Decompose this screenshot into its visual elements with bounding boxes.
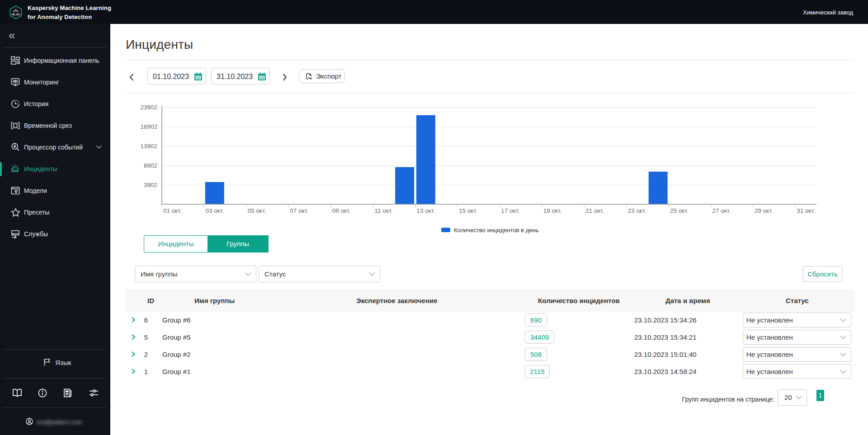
svg-text:23 окт.: 23 окт. — [628, 207, 646, 214]
svg-text:03 окт.: 03 окт. — [205, 207, 224, 214]
svg-text:13 окт.: 13 окт. — [417, 207, 435, 214]
svg-text:17 окт.: 17 окт. — [501, 207, 519, 214]
svg-text:11 окт.: 11 окт. — [375, 207, 393, 214]
svg-text:25 окт.: 25 окт. — [670, 207, 689, 214]
svg-text:8902: 8902 — [144, 162, 157, 169]
svg-text:07 окт.: 07 окт. — [290, 207, 308, 214]
svg-text:3902: 3902 — [144, 182, 157, 188]
svg-text:18902: 18902 — [140, 123, 157, 130]
svg-text:21 окт.: 21 окт. — [585, 207, 604, 214]
svg-text:13902: 13902 — [140, 143, 157, 150]
svg-text:23902: 23902 — [140, 104, 157, 111]
svg-text:01 окт.: 01 окт. — [163, 207, 182, 214]
svg-text:19 окт.: 19 окт. — [543, 207, 562, 214]
svg-text:31 окт.: 31 окт. — [797, 207, 815, 214]
svg-text:05 окт.: 05 окт. — [248, 207, 266, 214]
svg-text:09 окт.: 09 окт. — [332, 207, 351, 214]
svg-text:MLAD: MLAD — [12, 13, 20, 16]
svg-text:29 окт.: 29 окт. — [755, 207, 773, 214]
svg-text:27 окт.: 27 окт. — [712, 207, 731, 214]
svg-text:15 окт.: 15 окт. — [459, 207, 477, 214]
